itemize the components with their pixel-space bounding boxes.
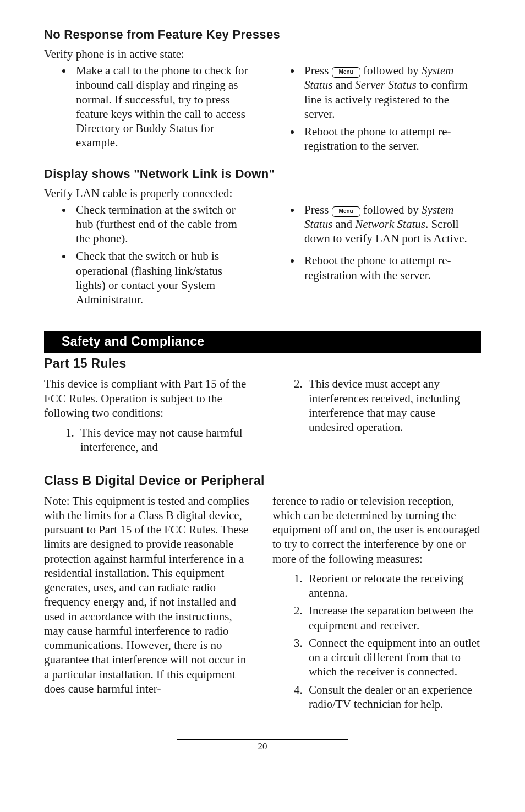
section-part15: Part 15 Rules This device is compliant w… bbox=[44, 356, 481, 457]
text: Press bbox=[304, 203, 332, 216]
bullets-left: Make a call to the phone to check for in… bbox=[44, 63, 253, 150]
menu-key-icon: Menu bbox=[332, 206, 360, 217]
numbered-list-classb: Reorient or relocate the receiving anten… bbox=[272, 571, 481, 711]
list-item: This device may not cause harmful interf… bbox=[77, 426, 253, 455]
bullets-right: Press Menu followed by System Status and… bbox=[272, 63, 481, 154]
two-col-classb: Note: This equipment is tested and compl… bbox=[44, 494, 481, 715]
text: followed by bbox=[360, 64, 422, 77]
heading-no-response: No Response from Feature Key Presses bbox=[44, 28, 481, 42]
list-item: Reorient or relocate the receiving anten… bbox=[305, 571, 481, 601]
footer-divider bbox=[177, 739, 348, 740]
list-item: Increase the separation between the equi… bbox=[305, 603, 481, 633]
heading-network-down: Display shows "Network Link is Down" bbox=[44, 167, 481, 181]
two-col-no-response: Make a call to the phone to check for in… bbox=[44, 63, 481, 157]
menu-key-icon: Menu bbox=[332, 67, 360, 78]
list-item: Press Menu followed by System Status and… bbox=[301, 203, 481, 246]
col-left: Note: This equipment is tested and compl… bbox=[44, 494, 253, 715]
bullets-left: Check termination at the switch or hub (… bbox=[44, 203, 253, 307]
list-item: Check termination at the switch or hub (… bbox=[73, 203, 253, 246]
italic-text: Network Status bbox=[355, 217, 425, 231]
list-item: This device must accept any interference… bbox=[305, 377, 481, 434]
col-right: Press Menu followed by System Status and… bbox=[272, 63, 481, 157]
section-network-down: Display shows "Network Link is Down" Ver… bbox=[44, 167, 481, 310]
page-number: 20 bbox=[258, 741, 267, 751]
col-right: ference to radio or television reception… bbox=[272, 494, 481, 715]
section-bar-safety: Safety and Compliance bbox=[44, 331, 481, 353]
text: and bbox=[332, 217, 355, 231]
list-item: Connect the equipment into an outlet on … bbox=[305, 636, 481, 679]
body-classb-left: Note: This equipment is tested and compl… bbox=[44, 494, 253, 696]
body-classb-right-intro: ference to radio or television reception… bbox=[272, 494, 481, 566]
list-item: Reboot the phone to attempt re-registrat… bbox=[301, 253, 481, 282]
two-col-part15: This device is compliant with Part 15 of… bbox=[44, 377, 481, 457]
numbered-list-left: This device may not cause harmful interf… bbox=[44, 426, 253, 455]
two-col-network-down: Check termination at the switch or hub (… bbox=[44, 203, 481, 310]
italic-text: Server Status bbox=[355, 78, 416, 91]
col-left: Check termination at the switch or hub (… bbox=[44, 203, 253, 310]
text: Press bbox=[304, 64, 332, 77]
text: and bbox=[332, 78, 355, 91]
page-content: No Response from Feature Key Presses Ver… bbox=[0, 0, 525, 774]
intro-network-down: Verify LAN cable is properly connected: bbox=[44, 187, 481, 200]
col-right: This device must accept any interference… bbox=[272, 377, 481, 457]
list-item: Consult the dealer or an experience radi… bbox=[305, 683, 481, 712]
list-item: Make a call to the phone to check for in… bbox=[73, 63, 253, 150]
col-left: Make a call to the phone to check for in… bbox=[44, 63, 253, 157]
intro-part15: This device is compliant with Part 15 of… bbox=[44, 377, 253, 420]
text: followed by bbox=[360, 203, 422, 216]
numbered-list-right: This device must accept any interference… bbox=[272, 377, 481, 434]
footer: 20 bbox=[44, 739, 481, 752]
list-item: Check that the switch or hub is operatio… bbox=[73, 249, 253, 307]
list-item: Press Menu followed by System Status and… bbox=[301, 63, 481, 121]
section-no-response: No Response from Feature Key Presses Ver… bbox=[44, 28, 481, 157]
list-item: Reboot the phone to attempt re-registrat… bbox=[301, 124, 481, 154]
section-classb: Class B Digital Device or Peripheral Not… bbox=[44, 473, 481, 715]
col-right: Press Menu followed by System Status and… bbox=[272, 203, 481, 310]
heading-classb: Class B Digital Device or Peripheral bbox=[44, 473, 481, 488]
bullets-right: Press Menu followed by System Status and… bbox=[272, 203, 481, 282]
heading-part15: Part 15 Rules bbox=[44, 356, 481, 371]
col-left: This device is compliant with Part 15 of… bbox=[44, 377, 253, 457]
intro-no-response: Verify phone is in active state: bbox=[44, 47, 481, 61]
